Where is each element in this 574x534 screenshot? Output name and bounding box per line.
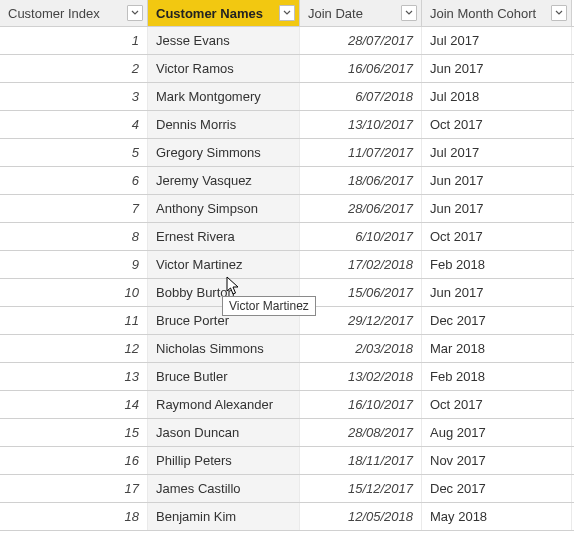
cell-join-date[interactable]: 28/07/2017: [300, 27, 422, 54]
table-row[interactable]: 15Jason Duncan28/08/2017Aug 2017: [0, 419, 574, 447]
table-row[interactable]: 5Gregory Simmons11/07/2017Jul 2017: [0, 139, 574, 167]
cell-join-month-cohort[interactable]: Feb 2018: [422, 363, 572, 390]
cell-customer-index[interactable]: 12: [0, 335, 148, 362]
cell-customer-name[interactable]: Benjamin Kim: [148, 503, 300, 530]
cell-customer-name[interactable]: James Castillo: [148, 475, 300, 502]
cell-join-date[interactable]: 28/06/2017: [300, 195, 422, 222]
cell-customer-index[interactable]: 3: [0, 83, 148, 110]
cell-customer-name[interactable]: Jesse Evans: [148, 27, 300, 54]
cell-customer-index[interactable]: 14: [0, 391, 148, 418]
cell-customer-name[interactable]: Phillip Peters: [148, 447, 300, 474]
cell-customer-index[interactable]: 2: [0, 55, 148, 82]
cell-join-date[interactable]: 13/10/2017: [300, 111, 422, 138]
cell-customer-index[interactable]: 1: [0, 27, 148, 54]
cell-join-month-cohort[interactable]: Oct 2017: [422, 111, 572, 138]
cell-join-month-cohort[interactable]: Jul 2017: [422, 139, 572, 166]
cell-customer-name[interactable]: Bobby Burton: [148, 279, 300, 306]
cell-customer-index[interactable]: 8: [0, 223, 148, 250]
cell-join-month-cohort[interactable]: Jul 2018: [422, 83, 572, 110]
table-row[interactable]: 8Ernest Rivera6/10/2017Oct 2017: [0, 223, 574, 251]
cell-join-month-cohort[interactable]: Feb 2018: [422, 251, 572, 278]
cell-join-date[interactable]: 18/06/2017: [300, 167, 422, 194]
header-customer-index[interactable]: Customer Index: [0, 0, 148, 26]
cell-join-month-cohort[interactable]: Jun 2017: [422, 167, 572, 194]
table-row[interactable]: 12Nicholas Simmons2/03/2018Mar 2018: [0, 335, 574, 363]
header-label: Join Date: [308, 6, 363, 21]
cell-customer-name[interactable]: Nicholas Simmons: [148, 335, 300, 362]
cell-customer-index[interactable]: 7: [0, 195, 148, 222]
cell-join-date[interactable]: 11/07/2017: [300, 139, 422, 166]
cell-join-date[interactable]: 15/06/2017: [300, 279, 422, 306]
cell-customer-name[interactable]: Jason Duncan: [148, 419, 300, 446]
table-row[interactable]: 11Bruce Porter29/12/2017Dec 2017: [0, 307, 574, 335]
cell-join-month-cohort[interactable]: Jun 2017: [422, 55, 572, 82]
cell-customer-name[interactable]: Bruce Butler: [148, 363, 300, 390]
cell-join-month-cohort[interactable]: Nov 2017: [422, 447, 572, 474]
cell-join-date[interactable]: 6/07/2018: [300, 83, 422, 110]
table-row[interactable]: 2Victor Ramos16/06/2017Jun 2017: [0, 55, 574, 83]
table-row[interactable]: 4Dennis Morris13/10/2017Oct 2017: [0, 111, 574, 139]
header-label: Customer Index: [8, 6, 100, 21]
chevron-down-icon[interactable]: [401, 5, 417, 21]
cell-customer-index[interactable]: 16: [0, 447, 148, 474]
chevron-down-icon[interactable]: [127, 5, 143, 21]
cell-customer-index[interactable]: 6: [0, 167, 148, 194]
cell-customer-index[interactable]: 4: [0, 111, 148, 138]
cell-customer-name[interactable]: Bruce Porter: [148, 307, 300, 334]
cell-customer-index[interactable]: 9: [0, 251, 148, 278]
cell-join-month-cohort[interactable]: Mar 2018: [422, 335, 572, 362]
cell-customer-index[interactable]: 18: [0, 503, 148, 530]
table-row[interactable]: 1Jesse Evans28/07/2017Jul 2017: [0, 27, 574, 55]
cell-customer-index[interactable]: 17: [0, 475, 148, 502]
chevron-down-icon[interactable]: [279, 5, 295, 21]
table-row[interactable]: 14Raymond Alexander16/10/2017Oct 2017: [0, 391, 574, 419]
cell-join-date[interactable]: 28/08/2017: [300, 419, 422, 446]
cell-join-month-cohort[interactable]: Jul 2017: [422, 27, 572, 54]
cell-customer-index[interactable]: 10: [0, 279, 148, 306]
cell-join-date[interactable]: 15/12/2017: [300, 475, 422, 502]
cell-join-month-cohort[interactable]: May 2018: [422, 503, 572, 530]
header-join-month-cohort[interactable]: Join Month Cohort: [422, 0, 572, 26]
table-row[interactable]: 16Phillip Peters18/11/2017Nov 2017: [0, 447, 574, 475]
cell-join-date[interactable]: 17/02/2018: [300, 251, 422, 278]
cell-join-month-cohort[interactable]: Dec 2017: [422, 307, 572, 334]
cell-customer-name[interactable]: Gregory Simmons: [148, 139, 300, 166]
cell-customer-index[interactable]: 5: [0, 139, 148, 166]
cell-join-date[interactable]: 6/10/2017: [300, 223, 422, 250]
cell-customer-name[interactable]: Raymond Alexander: [148, 391, 300, 418]
cell-customer-name[interactable]: Dennis Morris: [148, 111, 300, 138]
cell-customer-name[interactable]: Victor Ramos: [148, 55, 300, 82]
table-row[interactable]: 7Anthony Simpson28/06/2017Jun 2017: [0, 195, 574, 223]
table-row[interactable]: 6Jeremy Vasquez18/06/2017Jun 2017: [0, 167, 574, 195]
cell-customer-name[interactable]: Mark Montgomery: [148, 83, 300, 110]
cell-customer-name[interactable]: Ernest Rivera: [148, 223, 300, 250]
cell-customer-name[interactable]: Jeremy Vasquez: [148, 167, 300, 194]
cell-customer-index[interactable]: 15: [0, 419, 148, 446]
table-row[interactable]: 10Bobby Burton15/06/2017Jun 2017: [0, 279, 574, 307]
cell-join-date[interactable]: 16/06/2017: [300, 55, 422, 82]
cell-join-date[interactable]: 18/11/2017: [300, 447, 422, 474]
header-customer-names[interactable]: Customer Names: [148, 0, 300, 26]
cell-join-month-cohort[interactable]: Dec 2017: [422, 475, 572, 502]
table-row[interactable]: 3Mark Montgomery6/07/2018Jul 2018: [0, 83, 574, 111]
cell-join-date[interactable]: 2/03/2018: [300, 335, 422, 362]
cell-join-date[interactable]: 16/10/2017: [300, 391, 422, 418]
header-join-date[interactable]: Join Date: [300, 0, 422, 26]
cell-join-date[interactable]: 12/05/2018: [300, 503, 422, 530]
cell-customer-name[interactable]: Victor Martinez: [148, 251, 300, 278]
cell-join-month-cohort[interactable]: Jun 2017: [422, 279, 572, 306]
table-row[interactable]: 17James Castillo15/12/2017Dec 2017: [0, 475, 574, 503]
chevron-down-icon[interactable]: [551, 5, 567, 21]
cell-join-date[interactable]: 13/02/2018: [300, 363, 422, 390]
cell-customer-index[interactable]: 13: [0, 363, 148, 390]
cell-join-date[interactable]: 29/12/2017: [300, 307, 422, 334]
cell-customer-index[interactable]: 11: [0, 307, 148, 334]
cell-join-month-cohort[interactable]: Oct 2017: [422, 391, 572, 418]
table-row[interactable]: 13Bruce Butler13/02/2018Feb 2018: [0, 363, 574, 391]
cell-customer-name[interactable]: Anthony Simpson: [148, 195, 300, 222]
cell-join-month-cohort[interactable]: Aug 2017: [422, 419, 572, 446]
table-row[interactable]: 9Victor Martinez17/02/2018Feb 2018: [0, 251, 574, 279]
table-row[interactable]: 18Benjamin Kim12/05/2018May 2018: [0, 503, 574, 531]
cell-join-month-cohort[interactable]: Oct 2017: [422, 223, 572, 250]
cell-join-month-cohort[interactable]: Jun 2017: [422, 195, 572, 222]
